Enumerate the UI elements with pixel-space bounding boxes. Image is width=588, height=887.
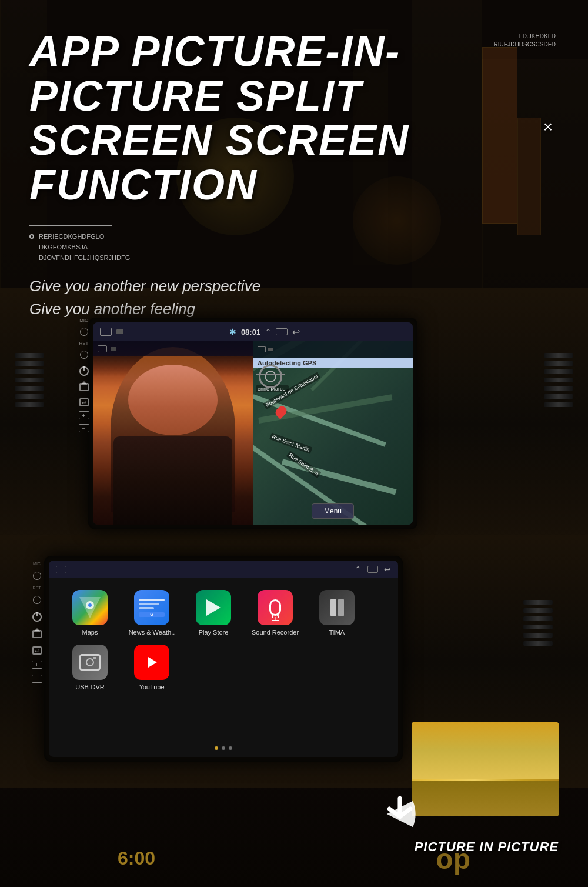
- pip-arrow-icon: [376, 791, 423, 840]
- lower-screen-content: Maps G News & Weath..: [49, 578, 398, 757]
- pip-overlay-image: [412, 722, 559, 816]
- bullet-text: RERIECDKGHDFGLO DKGFOMKBSJA DJOVFNDHFGLJ…: [39, 232, 130, 263]
- home-icon[interactable]: [100, 328, 112, 336]
- lower-side-controls: MIC RST ↩ + −: [29, 562, 44, 683]
- divider-line: [29, 225, 112, 226]
- recorder-icon-inner: [258, 590, 293, 625]
- top-right-line2: RIUEJDHDSCSCSDFD: [493, 41, 556, 49]
- home-button[interactable]: [79, 383, 89, 391]
- lower-screen-inner: ⌃ ↩ Maps: [49, 561, 398, 757]
- lower-rst-label: RST: [33, 586, 41, 590]
- right-vent-lower: [523, 600, 553, 671]
- recorder-app-icon[interactable]: [258, 590, 293, 625]
- usbdvr-icon-inner: [72, 645, 108, 680]
- maps-icon-svg: [79, 597, 101, 618]
- tima-icon-inner: [330, 599, 344, 616]
- playstore-app-icon[interactable]: [196, 590, 231, 625]
- subtitle: Give you another new perspective Give yo…: [29, 275, 559, 321]
- app-item-youtube[interactable]: YouTube: [125, 645, 178, 691]
- playstore-app-label: Play Store: [199, 629, 229, 636]
- status-left: [100, 328, 123, 336]
- svg-point-2: [88, 603, 92, 607]
- split-left-status: [93, 341, 253, 356]
- lower-screen-bezel: ⌃ ↩ Maps: [44, 556, 403, 762]
- pip-label: PICTURE IN PICTURE: [415, 839, 559, 855]
- nav-dot-1: [222, 746, 225, 750]
- news-icon-inner: G: [134, 594, 169, 622]
- rst-label: RST: [79, 341, 89, 346]
- split-screen-right: Autodetecting GPS enne Marcel Boulevard …: [253, 341, 413, 525]
- lower-window-icon[interactable]: [368, 566, 378, 573]
- app-item-playstore[interactable]: Play Store: [187, 590, 240, 636]
- app-item-news[interactable]: G News & Weath..: [125, 590, 178, 636]
- top-right-line1: FD.JKHDKFD: [493, 32, 556, 41]
- page-title: APP PICTURE-IN-PICTURE SPLIT SCREEN SCRE…: [29, 29, 559, 207]
- lower-power-button[interactable]: [32, 612, 42, 622]
- volume-up-button[interactable]: +: [79, 411, 89, 419]
- header-section: FD.JKHDKFD RIUEJDHDSCSCSDFD APP PICTURE-…: [0, 0, 588, 306]
- usbdvr-app-icon[interactable]: [72, 645, 108, 680]
- tima-app-icon[interactable]: [319, 590, 355, 625]
- close-button[interactable]: ×: [543, 118, 553, 136]
- lower-rst-indicator: [33, 596, 41, 604]
- location-marker: [276, 406, 286, 418]
- playstore-icon-svg: [203, 597, 224, 618]
- upper-screen-bezel: ✱ 08:01 ⌃ ↩: [88, 318, 417, 529]
- youtube-app-icon[interactable]: [134, 645, 169, 680]
- lower-vol-down-button[interactable]: −: [32, 675, 42, 683]
- lower-home-icon[interactable]: [56, 566, 66, 573]
- recorder-app-label: Sound Recorder: [252, 629, 299, 636]
- news-app-icon[interactable]: G: [134, 590, 169, 625]
- power-button[interactable]: [79, 366, 89, 376]
- status-center: ✱ 08:01 ⌃ ↩: [229, 326, 300, 338]
- lower-back-icon[interactable]: ↩: [384, 565, 391, 574]
- lower-back-button[interactable]: ↩: [32, 646, 42, 655]
- upper-screen-inner: ✱ 08:01 ⌃ ↩: [93, 322, 413, 525]
- minimize-icon: [116, 329, 123, 334]
- bullet-section: RERIECDKGHDFGLO DKGFOMKBSJA DJOVFNDHFGLJ…: [29, 232, 559, 263]
- nav-dot-active: [215, 746, 218, 750]
- youtube-app-label: YouTube: [139, 683, 164, 691]
- nav-dot-2: [229, 746, 232, 750]
- app-item-recorder[interactable]: Sound Recorder: [249, 590, 302, 636]
- bottom-sign-1: 6:00: [118, 848, 155, 869]
- lower-nav-icons: ⌃ ↩: [355, 565, 391, 574]
- volume-down-button[interactable]: −: [79, 424, 89, 432]
- bullet-icon: [29, 234, 34, 239]
- maps-app-label: Maps: [82, 629, 98, 636]
- left-vent-upper: [15, 353, 44, 411]
- tima-app-label: TIMA: [329, 629, 345, 636]
- rst-indicator: [80, 351, 88, 359]
- map-status-bar: [253, 341, 413, 358]
- news-app-label: News & Weath..: [129, 629, 175, 636]
- usbdvr-app-label: USB-DVR: [75, 683, 105, 691]
- nav-dots: [215, 746, 232, 750]
- lower-status-bar: ⌃ ↩: [49, 561, 398, 578]
- back-button[interactable]: ↩: [79, 398, 89, 406]
- youtube-icon-inner: [134, 645, 169, 680]
- mic-label: MIC: [79, 318, 88, 323]
- gps-satellite-icon: [259, 365, 288, 394]
- maps-app-icon[interactable]: [72, 590, 108, 625]
- menu-button[interactable]: Menu: [312, 503, 354, 519]
- map-area: Autodetecting GPS enne Marcel Boulevard …: [253, 341, 413, 525]
- lower-mic-label: MIC: [33, 562, 41, 566]
- mic-indicator: [80, 328, 88, 336]
- lower-home-button[interactable]: [32, 630, 42, 638]
- upper-status-bar: ✱ 08:01 ⌃ ↩: [93, 322, 413, 341]
- upper-side-controls: MIC RST ↩ + −: [76, 318, 91, 432]
- lower-expand-icon: ⌃: [355, 565, 362, 574]
- lower-vol-up-button[interactable]: +: [32, 661, 42, 669]
- status-time: 08:01: [241, 328, 260, 336]
- woman-photo: [93, 341, 253, 525]
- app-item-maps[interactable]: Maps: [64, 590, 116, 636]
- lower-mic-indicator: [33, 572, 41, 580]
- right-vent-upper: [544, 353, 573, 411]
- pip-arrow-svg: [376, 791, 423, 838]
- app-grid: Maps G News & Weath..: [49, 578, 398, 702]
- top-right-labels: FD.JKHDKFD RIUEJDHDSCSCSDFD: [493, 32, 556, 49]
- app-item-tima[interactable]: TIMA: [310, 590, 363, 636]
- app-item-usbdvr[interactable]: USB-DVR: [64, 645, 116, 691]
- svg-marker-3: [206, 599, 220, 616]
- split-screen-left: [93, 341, 253, 525]
